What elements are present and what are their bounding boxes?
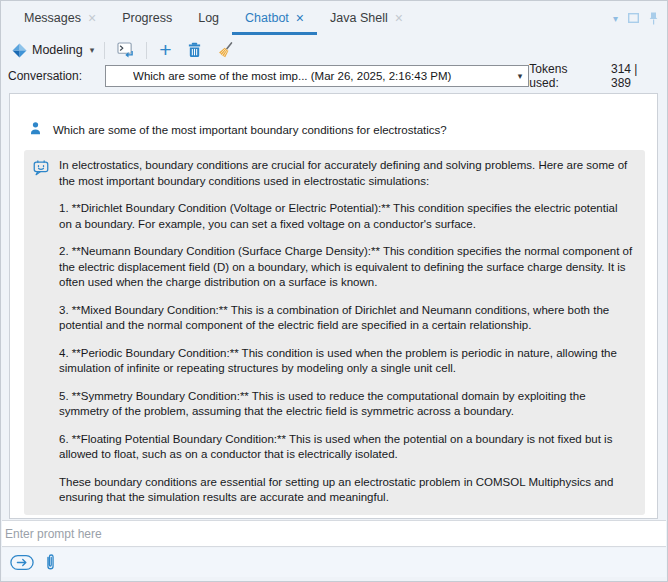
tab-log[interactable]: Log (185, 1, 232, 35)
chat-history-panel[interactable]: Which are some of the most important bou… (9, 93, 658, 519)
tab-messages[interactable]: Messages × (11, 1, 109, 35)
bot-paragraph: In electrostatics, boundary conditions a… (59, 158, 633, 189)
toolbar-separator (146, 42, 147, 59)
caret-down-icon: ▾ (518, 71, 523, 81)
chatbot-window: Messages × Progress Log Chatbot × Java S… (0, 0, 668, 582)
bot-paragraph: 3. **Mixed Boundary Condition:** This is… (59, 303, 633, 334)
broom-icon (217, 41, 234, 60)
trash-icon (187, 42, 202, 58)
chatbot-icon (32, 159, 50, 177)
send-to-java-shell-button[interactable] (112, 40, 139, 60)
send-icon (10, 554, 34, 571)
plus-icon: + (159, 39, 171, 60)
window-controls: ▾ (613, 1, 667, 35)
tab-chatbot[interactable]: Chatbot × (232, 1, 317, 35)
bot-paragraph: 4. **Periodic Boundary Condition:** This… (59, 346, 633, 377)
delete-conversation-button[interactable] (182, 40, 207, 60)
tokens-used-label: Tokens used: (529, 62, 599, 90)
prompt-input[interactable] (2, 521, 666, 546)
conversation-selected-value: Which are some of the most imp... (Mar 2… (133, 70, 518, 82)
bot-paragraph: 1. **Dirichlet Boundary Condition (Volta… (59, 201, 633, 232)
tab-label: Chatbot (245, 11, 289, 25)
bot-paragraph: These boundary conditions are essential … (59, 475, 633, 506)
tab-label: Messages (24, 11, 81, 25)
panel-menu-caret-icon[interactable]: ▾ (613, 13, 618, 24)
tab-java-shell[interactable]: Java Shell × (317, 1, 416, 35)
paperclip-icon (45, 551, 56, 574)
conversation-row: Conversation: Which are some of the most… (1, 63, 667, 89)
prompt-input-row (2, 520, 666, 547)
caret-down-icon: ▾ (90, 45, 95, 55)
terminal-transfer-icon (117, 42, 134, 58)
mode-dropdown-label: Modeling (32, 43, 83, 57)
conversation-select[interactable]: Which are some of the most imp... (Mar 2… (105, 65, 529, 87)
conversation-label: Conversation: (8, 69, 82, 83)
close-icon[interactable]: × (395, 11, 403, 25)
clear-conversation-button[interactable] (212, 39, 239, 62)
prompt-action-row (2, 548, 666, 577)
tab-label: Progress (122, 11, 172, 25)
send-prompt-button[interactable] (10, 554, 34, 571)
bot-paragraph: 2. **Neumann Boundary Condition (Surface… (59, 244, 633, 291)
mode-dropdown-button[interactable]: Modeling ▾ (9, 41, 97, 60)
tab-bar: Messages × Progress Log Chatbot × Java S… (1, 1, 667, 35)
bot-message: In electrostatics, boundary conditions a… (24, 150, 645, 515)
close-icon[interactable]: × (88, 11, 96, 25)
tab-progress[interactable]: Progress (109, 1, 185, 35)
bot-paragraph: 6. **Floating Potential Boundary Conditi… (59, 432, 633, 463)
user-icon (28, 121, 43, 136)
user-message-text: Which are some of the most important bou… (53, 122, 447, 138)
chatbot-toolbar: Modeling ▾ + (1, 37, 239, 63)
user-message: Which are some of the most important bou… (28, 122, 641, 138)
close-icon[interactable]: × (296, 11, 304, 25)
pin-icon[interactable] (649, 12, 658, 25)
tab-label: Log (198, 11, 219, 25)
tokens-used-value: 314 | 389 (611, 62, 660, 90)
tokens-used: Tokens used: 314 | 389 (529, 62, 660, 90)
attach-file-button[interactable] (45, 551, 56, 574)
tab-label: Java Shell (330, 11, 388, 25)
modeling-diamond-icon (12, 43, 27, 58)
maximize-icon[interactable] (628, 13, 639, 23)
new-conversation-button[interactable]: + (154, 39, 176, 62)
toolbar-separator (104, 42, 105, 59)
bot-message-text: In electrostatics, boundary conditions a… (59, 158, 633, 515)
bot-paragraph: 5. **Symmetry Boundary Condition:** This… (59, 389, 633, 420)
